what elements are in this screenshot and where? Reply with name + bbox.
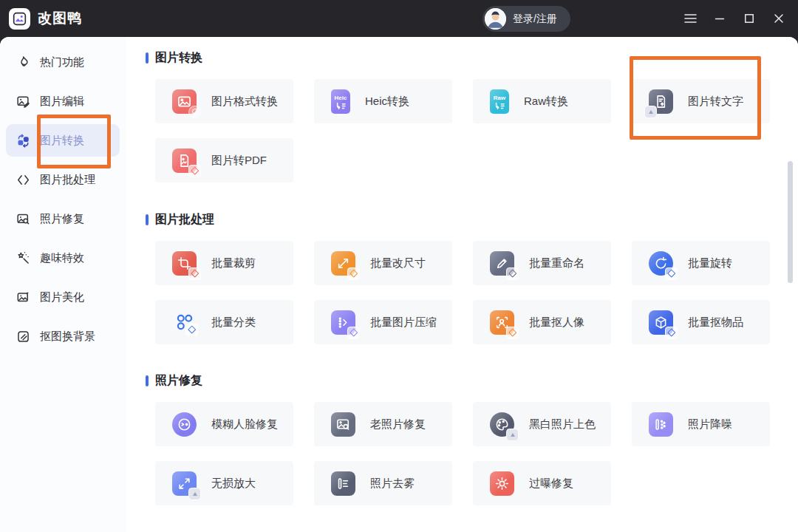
card-blurry-face-repair[interactable]: 模糊人脸修复	[155, 402, 293, 446]
overexposure-repair-icon	[490, 471, 514, 496]
avatar	[485, 8, 506, 30]
card-batch-crop[interactable]: 批量裁剪	[155, 241, 293, 285]
raw-file-icon: Raw	[490, 89, 509, 114]
sidebar-item-image-edit[interactable]: 图片编辑	[6, 85, 120, 117]
app-logo-icon	[9, 8, 30, 30]
sidebar-item-photo-repair[interactable]: 照片修复	[6, 202, 120, 235]
convert-swap-icon	[16, 134, 30, 148]
batch-rename-icon	[490, 251, 514, 276]
section-header-batch-process: 图片批处理	[146, 213, 798, 226]
feature-label: 图片格式转换	[211, 95, 278, 109]
sidebar-item-label: 图片批处理	[40, 173, 95, 187]
close-button[interactable]	[764, 0, 794, 37]
card-heic-convert[interactable]: Heic Heic转换	[314, 79, 452, 123]
section-accent-bar	[146, 375, 149, 386]
card-raw-convert[interactable]: Raw Raw转换	[473, 79, 611, 123]
card-photo-denoise[interactable]: 照片降噪	[632, 402, 770, 446]
feature-label: 批量裁剪	[211, 256, 256, 270]
section-grid: 模糊人脸修复 老照片修复 黑白照片上色	[155, 402, 798, 505]
section-title: 图片批处理	[155, 212, 214, 228]
batch-badge-icon	[506, 267, 519, 280]
sidebar-item-hot-features[interactable]: 热门功能	[6, 46, 120, 78]
batch-compress-icon	[331, 310, 355, 335]
sidebar-item-cutout-background[interactable]: 抠图换背景	[6, 320, 120, 352]
feature-label: 照片降噪	[688, 417, 732, 432]
batch-portrait-cutout-icon	[490, 310, 514, 335]
section-grid: 图片格式转换 Heic Heic转换 Raw Raw转换	[155, 79, 798, 183]
image-badge-icon	[506, 429, 519, 441]
maximize-button[interactable]	[734, 0, 764, 37]
photo-denoise-icon	[649, 412, 673, 437]
batch-badge-icon	[665, 327, 678, 339]
image-format-convert-icon	[172, 89, 197, 114]
cutout-background-icon	[16, 330, 30, 344]
batch-rotate-icon	[649, 251, 673, 276]
card-batch-rotate[interactable]: 批量旋转	[632, 241, 770, 285]
sidebar-item-label: 抠图换背景	[40, 330, 95, 344]
sidebar-item-label: 趣味特效	[40, 251, 84, 265]
feature-label: 批量改尺寸	[370, 256, 426, 270]
feature-label: 过曝修复	[529, 477, 573, 491]
sidebar-item-label: 图片编辑	[40, 95, 84, 109]
card-photo-dehaze[interactable]: 照片去雾	[314, 461, 452, 505]
titlebar: 改图鸭 登录/注册	[0, 0, 798, 37]
section-accent-bar	[146, 52, 149, 64]
sidebar-item-label: 热门功能	[40, 55, 84, 69]
sidebar-item-label: 图片美化	[40, 290, 84, 304]
app-window: 改图鸭 登录/注册	[0, 0, 798, 532]
old-photo-repair-icon	[331, 412, 355, 437]
menu-icon[interactable]	[675, 0, 705, 37]
batch-badge-icon	[188, 267, 201, 280]
card-old-photo-repair[interactable]: 老照片修复	[314, 402, 452, 446]
card-image-format-convert[interactable]: 图片格式转换	[155, 79, 293, 123]
section-title: 照片修复	[155, 373, 202, 389]
section-header-image-convert: 图片转换	[146, 51, 798, 64]
blurry-face-repair-icon	[172, 412, 197, 437]
image-badge-icon	[188, 488, 201, 500]
card-overexposure-repair[interactable]: 过曝修复	[473, 461, 611, 505]
feature-label: Heic转换	[365, 95, 409, 109]
card-batch-classify[interactable]: 批量分类	[155, 300, 293, 344]
sidebar-item-image-convert[interactable]: 图片转换	[6, 124, 120, 157]
feature-label: 模糊人脸修复	[211, 417, 278, 432]
image-to-pdf-icon	[172, 149, 197, 173]
card-batch-portrait-cutout[interactable]: 批量抠人像	[473, 300, 611, 344]
sidebar-item-fun-effects[interactable]: 趣味特效	[6, 242, 120, 274]
image-to-text-icon	[649, 89, 673, 114]
section-header-photo-repair: 照片修复	[146, 374, 798, 387]
section-title: 图片转换	[155, 50, 202, 66]
feature-label: 图片转文字	[688, 95, 743, 109]
card-image-to-text[interactable]: 图片转文字	[632, 79, 770, 123]
card-batch-resize[interactable]: 批量改尺寸	[314, 241, 452, 285]
heic-file-label: Heic	[335, 95, 347, 101]
photo-repair-icon	[16, 212, 30, 226]
card-bw-colorize[interactable]: 黑白照片上色	[473, 402, 611, 446]
section-accent-bar	[146, 214, 149, 225]
card-lossless-enlarge[interactable]: 无损放大	[155, 461, 293, 505]
card-image-to-pdf[interactable]: 图片转PDF	[155, 138, 293, 183]
image-edit-icon	[16, 95, 30, 109]
batch-badge-icon	[185, 324, 198, 336]
card-batch-rename[interactable]: 批量重命名	[473, 241, 611, 285]
login-button[interactable]: 登录/注册	[482, 6, 570, 32]
feature-label: 批量分类	[211, 316, 256, 330]
sidebar-item-label: 图片转换	[40, 134, 84, 148]
sidebar-item-batch-process[interactable]: 图片批处理	[6, 163, 120, 196]
sidebar-item-image-beautify[interactable]: 图片美化	[6, 281, 120, 313]
batch-resize-icon	[331, 251, 355, 276]
sidebar-item-label: 照片修复	[40, 212, 84, 226]
minimize-button[interactable]	[705, 0, 734, 37]
photo-dehaze-icon	[331, 471, 355, 496]
feature-label: 批量图片压缩	[370, 316, 437, 330]
card-batch-object-cutout[interactable]: 批量抠物品	[632, 300, 770, 344]
feature-label: 批量抠人像	[529, 316, 584, 330]
batch-object-cutout-icon	[649, 310, 673, 335]
batch-crop-icon	[172, 251, 197, 276]
feature-label: 批量旋转	[688, 256, 732, 270]
batch-badge-icon	[506, 327, 519, 339]
pdf-badge-icon	[188, 165, 201, 177]
batch-badge-icon	[347, 267, 360, 280]
card-batch-compress[interactable]: 批量图片压缩	[314, 300, 452, 344]
scrollbar-thumb[interactable]	[788, 161, 793, 283]
login-label: 登录/注册	[513, 13, 557, 26]
